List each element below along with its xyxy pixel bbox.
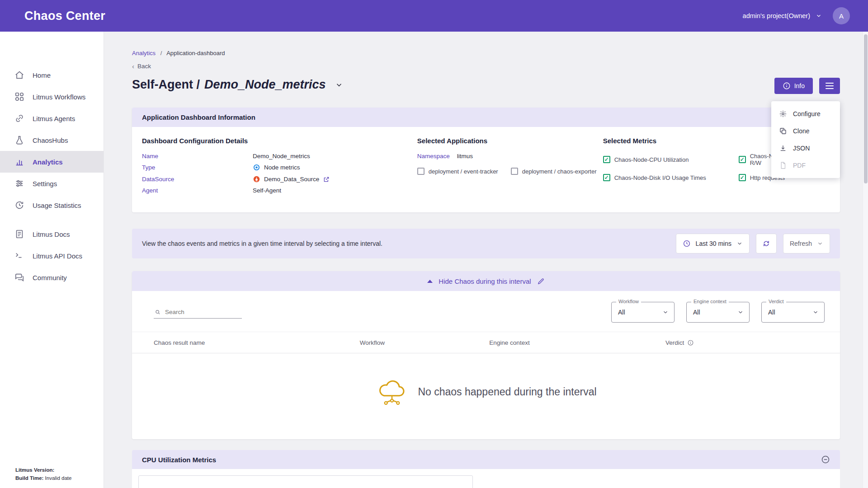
analytics-icon xyxy=(14,157,24,167)
engine-context-filter-select[interactable]: Engine context All xyxy=(686,302,750,323)
checkbox-checked[interactable] xyxy=(739,174,746,181)
project-label: admin's project(Owner) xyxy=(743,12,810,19)
metric-checkbox-disk-io-times[interactable]: Chaos-Node-Disk I/O Usage Times xyxy=(603,174,739,181)
sliders-icon xyxy=(14,178,24,188)
download-icon xyxy=(779,144,787,152)
section-title: Dashboard Configuration Details xyxy=(142,137,417,145)
metric-checkbox-cpu-utilization[interactable]: Chaos-Node-CPU Utilization xyxy=(603,153,739,166)
verdict-filter-select[interactable]: Verdict All xyxy=(761,302,825,323)
config-row-name: Name Demo_Node_metrics xyxy=(142,153,417,160)
terminal-icon xyxy=(14,251,24,261)
workflows-icon xyxy=(14,92,24,102)
chaos-collapse-toggle[interactable]: Hide Chaos during this interval xyxy=(132,271,840,291)
sidebar-item-litmus-agents[interactable]: Litmus Agents xyxy=(0,108,104,129)
back-button[interactable]: ‹ Back xyxy=(132,62,151,70)
main-content: Analytics / Application-dashboard ‹ Back… xyxy=(104,32,868,488)
selected-applications-section: Selected Applications Namespace litmus d… xyxy=(417,137,603,198)
time-interval-description: View the chaos events and metrics in a g… xyxy=(142,239,388,249)
dashboard-config-section: Dashboard Configuration Details Name Dem… xyxy=(142,137,417,198)
sidebar-item-label: Home xyxy=(33,71,51,79)
project-selector[interactable]: admin's project(Owner) xyxy=(743,12,822,19)
build-time-label: Build Time: xyxy=(15,475,43,481)
refresh-interval-label: Refresh xyxy=(790,240,812,247)
checkbox-unchecked[interactable] xyxy=(417,168,425,175)
checkbox-checked[interactable] xyxy=(603,174,610,181)
column-header-engine-context: Engine context xyxy=(489,339,665,346)
application-checkbox-chaos-exporter[interactable]: deployment / chaos-exporter xyxy=(511,168,597,175)
config-value: Self-Agent xyxy=(253,187,281,194)
sidebar-item-litmus-docs[interactable]: Litmus Docs xyxy=(0,223,104,245)
menu-item-pdf: PDF xyxy=(771,157,840,174)
chevron-down-icon xyxy=(812,309,819,315)
checkbox-label: Chaos-Node-CPU Utilization xyxy=(614,156,689,163)
checkbox-unchecked[interactable] xyxy=(511,168,518,175)
scrollbar-thumb[interactable] xyxy=(864,34,868,183)
external-link-icon[interactable] xyxy=(323,176,330,183)
column-header-workflow: Workflow xyxy=(360,339,490,346)
config-row-datasource: DataSource Demo_Data_Source xyxy=(142,175,417,183)
config-value: Demo_Data_Source xyxy=(264,176,319,183)
refresh-now-button[interactable] xyxy=(756,234,777,253)
time-range-value: Last 30 mins xyxy=(696,240,731,247)
chevron-down-icon xyxy=(736,240,743,247)
workflow-filter-select[interactable]: Workflow All xyxy=(611,302,675,323)
refresh-interval-select[interactable]: Refresh xyxy=(783,234,830,253)
verdict-info-icon[interactable] xyxy=(687,339,694,346)
search-input[interactable] xyxy=(165,309,241,315)
history-icon xyxy=(14,200,24,210)
gear-icon xyxy=(779,110,787,118)
sidebar-item-chaoshubs[interactable]: ChaosHubs xyxy=(0,129,104,151)
filter-value: All xyxy=(618,309,625,316)
filter-value: All xyxy=(768,309,775,316)
dashboard-switcher-chevron-icon[interactable] xyxy=(335,81,343,89)
collapse-minus-icon[interactable] xyxy=(821,455,830,464)
page-actions: Info Configure xyxy=(774,78,840,94)
breadcrumb-current: Application-dashboard xyxy=(166,50,225,56)
menu-item-json[interactable]: JSON xyxy=(771,140,840,157)
chevron-down-icon xyxy=(737,309,744,315)
hamburger-icon xyxy=(826,83,834,84)
version-info: Litmus Version: Build Time: Invalid date xyxy=(15,466,71,483)
chaos-toggle-label: Hide Chaos during this interval xyxy=(439,277,531,285)
cpu-section-body xyxy=(132,469,840,488)
options-menu-button[interactable] xyxy=(819,78,840,94)
avatar[interactable]: A xyxy=(833,7,850,24)
page-title-dashboard: Demo_Node_metrics xyxy=(204,78,326,92)
sidebar-item-home[interactable]: Home xyxy=(0,64,104,86)
menu-item-clone[interactable]: Clone xyxy=(771,122,840,140)
filter-label: Verdict xyxy=(766,299,786,304)
sidebar-item-label: Analytics xyxy=(33,158,63,166)
dashboard-info-card: Application Dashboard Information Dashbo… xyxy=(132,108,840,212)
checkbox-label: Chaos-Node-Disk I/O Usage Times xyxy=(614,174,706,181)
column-header-chaos-result-name: Chaos result name xyxy=(154,339,360,346)
time-range-select[interactable]: Last 30 mins xyxy=(676,234,750,253)
back-label: Back xyxy=(137,63,151,70)
sidebar-item-usage-statistics[interactable]: Usage Statistics xyxy=(0,194,104,216)
sidebar-item-community[interactable]: Community xyxy=(0,267,104,288)
sidebar-item-settings[interactable]: Settings xyxy=(0,173,104,194)
cpu-chart-placeholder xyxy=(138,475,473,488)
application-checkbox-event-tracker[interactable]: deployment / event-tracker xyxy=(417,168,498,175)
chat-icon xyxy=(14,272,24,282)
dashboard-info-header: Application Dashboard Information xyxy=(132,108,840,127)
cpu-section-title: CPU Utilization Metrics xyxy=(142,456,216,464)
sidebar-item-litmus-api-docs[interactable]: Litmus API Docs xyxy=(0,245,104,267)
sidebar-item-litmus-workflows[interactable]: Litmus Workflows xyxy=(0,86,104,108)
checkbox-checked[interactable] xyxy=(603,156,610,163)
chevron-down-icon xyxy=(816,13,822,19)
chevron-left-icon: ‹ xyxy=(132,62,134,70)
build-time-value: Invalid date xyxy=(45,475,72,481)
empty-state: No chaos happened during the interval xyxy=(132,353,840,439)
flask-icon xyxy=(14,135,24,145)
edit-pencil-icon[interactable] xyxy=(537,277,545,285)
info-button[interactable]: Info xyxy=(774,78,813,94)
breadcrumb: Analytics / Application-dashboard xyxy=(132,50,840,56)
sidebar-item-analytics[interactable]: Analytics xyxy=(0,151,104,173)
sidebar: Home Litmus Workflows Litmus Agents Chao… xyxy=(0,32,104,488)
chaos-table-card: Hide Chaos during this interval Workflow… xyxy=(132,271,840,439)
checkbox-checked[interactable] xyxy=(739,156,746,163)
filter-label: Workflow xyxy=(616,299,641,304)
menu-item-configure[interactable]: Configure xyxy=(771,105,840,122)
breadcrumb-analytics[interactable]: Analytics xyxy=(132,50,156,56)
scrollbar-track[interactable] xyxy=(863,32,868,488)
